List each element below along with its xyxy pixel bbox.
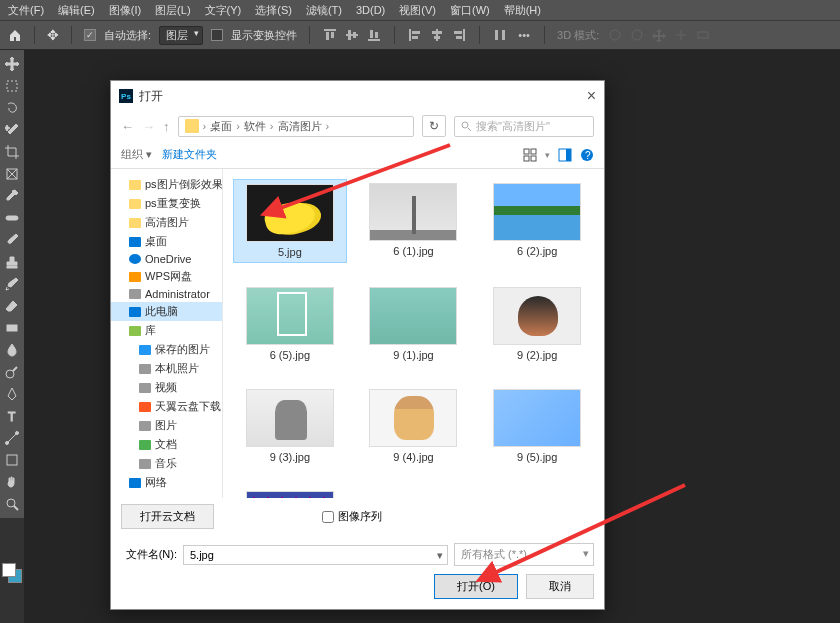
close-icon[interactable]: ×: [587, 87, 596, 105]
file-item[interactable]: 6 (5).jpg: [233, 283, 347, 365]
color-swatches[interactable]: [2, 563, 22, 583]
file-item[interactable]: 9 (4).jpg: [357, 385, 471, 467]
organize-dropdown[interactable]: 组织 ▾: [121, 147, 152, 162]
tree-item[interactable]: 音乐: [111, 454, 222, 473]
new-folder-button[interactable]: 新建文件夹: [162, 147, 217, 162]
menu-image[interactable]: 图像(I): [109, 3, 141, 18]
gradient-tool[interactable]: [2, 318, 22, 338]
filetype-dropdown[interactable]: 所有格式 (*.*): [454, 543, 594, 566]
tree-item[interactable]: Administrator: [111, 286, 222, 302]
view-mode-icon[interactable]: [523, 148, 537, 162]
file-item[interactable]: 9 (2).jpg: [480, 283, 594, 365]
file-item[interactable]: 6 (2).jpg: [480, 179, 594, 263]
align-right-icon[interactable]: [451, 27, 467, 43]
tree-item[interactable]: ps重复变换: [111, 194, 222, 213]
more-icon[interactable]: •••: [516, 27, 532, 43]
crop-tool[interactable]: [2, 142, 22, 162]
frame-tool[interactable]: [2, 164, 22, 184]
back-icon[interactable]: ←: [121, 119, 134, 134]
tree-item[interactable]: 保存的图片: [111, 340, 222, 359]
path-tool[interactable]: [2, 428, 22, 448]
auto-select-checkbox[interactable]: ✓: [84, 29, 96, 41]
tree-item[interactable]: 文档: [111, 435, 222, 454]
tree-item[interactable]: 桌面: [111, 232, 222, 251]
lasso-tool[interactable]: [2, 98, 22, 118]
menu-window[interactable]: 窗口(W): [450, 3, 490, 18]
search-input[interactable]: 搜索"高清图片": [454, 116, 594, 137]
hand-tool[interactable]: [2, 472, 22, 492]
menu-layer[interactable]: 图层(L): [155, 3, 190, 18]
zoom-tool[interactable]: [2, 494, 22, 514]
menu-3d[interactable]: 3D(D): [356, 4, 385, 16]
eyedropper-tool[interactable]: [2, 186, 22, 206]
align-left-icon[interactable]: [407, 27, 423, 43]
tree-item-label: OneDrive: [145, 253, 191, 265]
menu-filter[interactable]: 滤镜(T): [306, 3, 342, 18]
tree-item[interactable]: ps图片倒影效果: [111, 175, 222, 194]
breadcrumb[interactable]: › 桌面 › 软件 › 高清图片 ›: [178, 116, 415, 137]
menu-edit[interactable]: 编辑(E): [58, 3, 95, 18]
svg-point-33: [7, 499, 15, 507]
dodge-tool[interactable]: [2, 362, 22, 382]
align-hcenter-icon[interactable]: [429, 27, 445, 43]
cancel-button[interactable]: 取消: [526, 574, 594, 599]
forward-icon[interactable]: →: [142, 119, 155, 134]
distribute-icon[interactable]: [492, 27, 508, 43]
tree-item[interactable]: 图片: [111, 416, 222, 435]
breadcrumb-segment: 高清图片: [278, 119, 322, 134]
file-item[interactable]: 5.jpg: [233, 179, 347, 263]
brush-tool[interactable]: [2, 230, 22, 250]
refresh-icon[interactable]: ↻: [422, 115, 446, 137]
move-tool[interactable]: [2, 54, 22, 74]
wand-tool[interactable]: [2, 120, 22, 140]
menu-type[interactable]: 文字(Y): [205, 3, 242, 18]
menu-select[interactable]: 选择(S): [255, 3, 292, 18]
menu-view[interactable]: 视图(V): [399, 3, 436, 18]
help-icon[interactable]: ?: [580, 148, 594, 162]
tree-item[interactable]: WPS网盘: [111, 267, 222, 286]
tree-item[interactable]: 本机照片: [111, 359, 222, 378]
file-item[interactable]: 9 (1).jpg: [357, 283, 471, 365]
svg-text:T: T: [8, 410, 16, 423]
heal-tool[interactable]: [2, 208, 22, 228]
menu-file[interactable]: 文件(F): [8, 3, 44, 18]
preview-pane-icon[interactable]: [558, 148, 572, 162]
blur-tool[interactable]: [2, 340, 22, 360]
align-bottom-icon[interactable]: [366, 27, 382, 43]
tree-item[interactable]: 天翼云盘下载: [111, 397, 222, 416]
svg-rect-1: [326, 32, 329, 40]
marquee-tool[interactable]: [2, 76, 22, 96]
auto-select-dropdown[interactable]: 图层: [159, 26, 203, 45]
up-icon[interactable]: ↑: [163, 119, 170, 134]
shape-tool[interactable]: [2, 450, 22, 470]
thumbnail: [369, 389, 457, 447]
tree-item[interactable]: 网络: [111, 473, 222, 492]
stamp-tool[interactable]: [2, 252, 22, 272]
tree-item-label: Administrator: [145, 288, 210, 300]
type-tool[interactable]: T: [2, 406, 22, 426]
file-item[interactable]: 9 (5).jpg: [480, 385, 594, 467]
home-icon[interactable]: [8, 28, 22, 42]
open-button[interactable]: 打开(O): [434, 574, 518, 599]
file-item[interactable]: 9 (3).jpg: [233, 385, 347, 467]
history-brush-tool[interactable]: [2, 274, 22, 294]
eraser-tool[interactable]: [2, 296, 22, 316]
file-name-label: 9 (3).jpg: [270, 451, 310, 463]
filename-input[interactable]: 5.jpg: [183, 545, 448, 565]
align-top-icon[interactable]: [322, 27, 338, 43]
tree-item[interactable]: 库: [111, 321, 222, 340]
tree-item[interactable]: 高清图片: [111, 213, 222, 232]
file-item[interactable]: [233, 487, 347, 498]
menu-help[interactable]: 帮助(H): [504, 3, 541, 18]
thumbnail: [246, 184, 334, 242]
tree-item[interactable]: OneDrive: [111, 251, 222, 267]
align-vcenter-icon[interactable]: [344, 27, 360, 43]
show-transform-checkbox[interactable]: [211, 29, 223, 41]
pen-tool[interactable]: [2, 384, 22, 404]
file-item[interactable]: 6 (1).jpg: [357, 179, 471, 263]
foreground-color-swatch[interactable]: [2, 563, 16, 577]
open-cloud-button[interactable]: 打开云文档: [121, 504, 214, 529]
image-sequence-checkbox[interactable]: 图像序列: [322, 509, 382, 524]
tree-item[interactable]: 视频: [111, 378, 222, 397]
tree-item[interactable]: 此电脑: [111, 302, 222, 321]
